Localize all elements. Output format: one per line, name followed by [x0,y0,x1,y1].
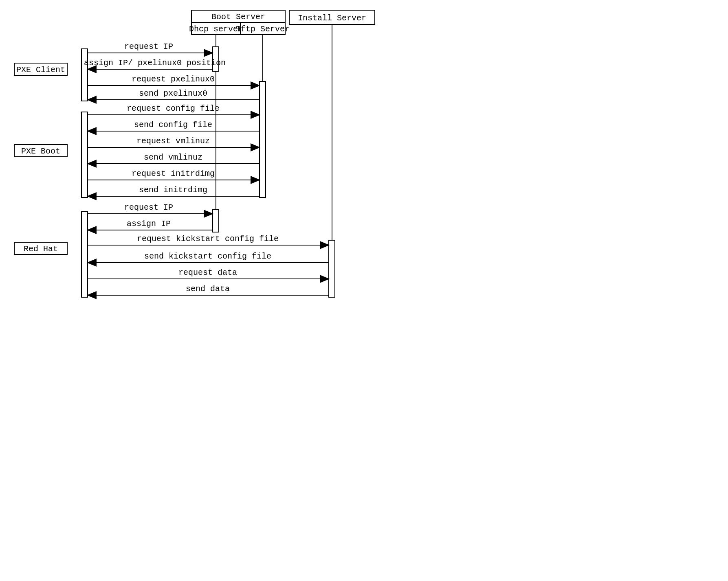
msg-4: send pxelinux0 [139,89,207,98]
msg-16: send data [186,284,230,294]
msg-15: request data [178,268,237,277]
msg-10: send initrdimg [139,185,207,195]
sequence-diagram: Boot Server Dhcp server Tftp Server Inst… [8,8,505,419]
msg-5: request config file [127,104,220,113]
red-hat-label: Red Hat [24,244,58,254]
pxe-client-label: PXE Client [16,65,65,75]
msg-9: request initrdimg [132,169,215,178]
msg-11: request IP [124,203,173,212]
pxe-boot-label: PXE Boot [21,147,60,156]
activation-dhcp-2 [213,210,219,232]
msg-1: request IP [124,42,173,51]
activation-red-hat [81,212,88,297]
activation-pxe-boot [81,112,88,197]
msg-6: send config file [134,120,212,129]
msg-14: send kickstart config file [144,252,271,261]
tftp-server-label: Tftp Server [236,24,290,34]
dhcp-server-label: Dhcp server [189,24,243,34]
activation-pxe-client [81,49,88,101]
activation-install [329,240,335,297]
activation-tftp [260,81,266,197]
msg-12: assign IP [127,219,171,228]
msg-8: send vmlinuz [144,153,202,162]
msg-13: request kickstart config file [137,234,279,243]
msg-3: request pxelinux0 [132,75,215,84]
msg-7: request vmlinuz [136,136,210,146]
msg-2: assign IP/ pxelinux0 position [84,58,226,68]
boot-server-label: Boot Server [211,12,265,22]
install-server-label: Install Server [298,13,366,23]
